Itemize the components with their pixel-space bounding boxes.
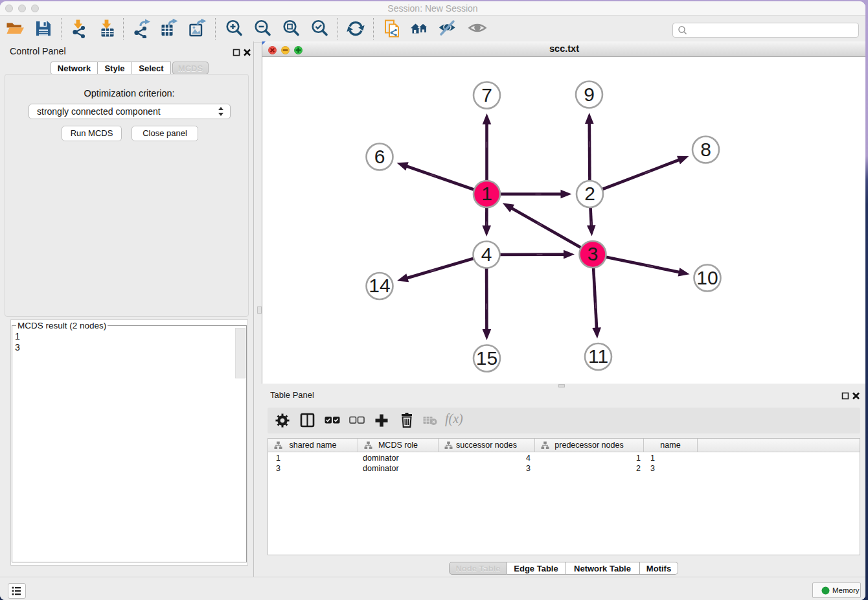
svg-text:1: 1 bbox=[481, 183, 492, 204]
svg-text:7: 7 bbox=[481, 84, 492, 106]
svg-text:4: 4 bbox=[481, 244, 492, 265]
svg-text:8: 8 bbox=[700, 139, 711, 160]
svg-text:2: 2 bbox=[584, 183, 595, 204]
svg-text:11: 11 bbox=[588, 345, 608, 367]
svg-text:10: 10 bbox=[696, 267, 718, 288]
svg-text:9: 9 bbox=[584, 84, 595, 105]
svg-text:15: 15 bbox=[476, 347, 497, 369]
svg-text:14: 14 bbox=[369, 275, 390, 296]
svg-text:6: 6 bbox=[374, 146, 385, 167]
svg-text:3: 3 bbox=[588, 243, 599, 264]
